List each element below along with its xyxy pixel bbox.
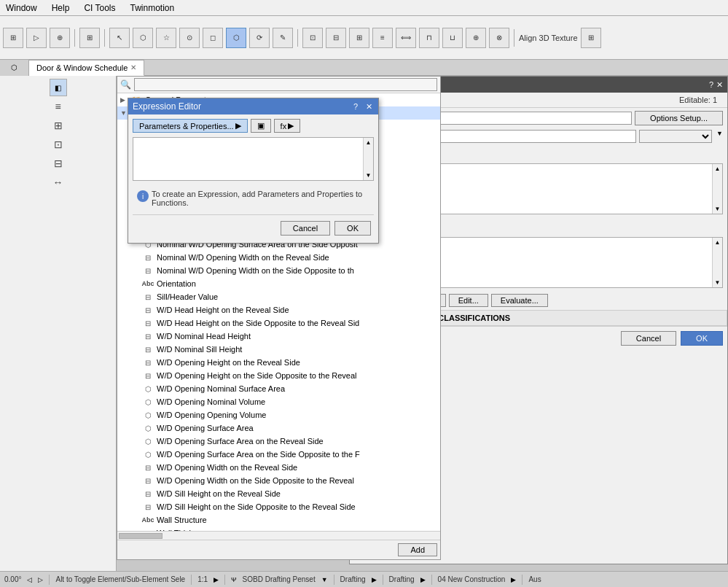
menu-ci-tools[interactable]: CI Tools bbox=[81, 1, 118, 15]
item-wd-open-nom-vol[interactable]: ⬡ W/D Opening Nominal Volume bbox=[117, 395, 440, 408]
sidebar-icon-view[interactable]: ◧ bbox=[50, 79, 67, 96]
item-wd-head-opp[interactable]: ⊟ W/D Head Height on the Side Opposite t… bbox=[117, 316, 440, 330]
status-layer2-icon[interactable]: ▶ bbox=[420, 576, 426, 583]
toolbar-btn-10[interactable]: ⊡ bbox=[302, 28, 323, 48]
menu-window[interactable]: Window bbox=[3, 1, 40, 15]
field-select-1[interactable] bbox=[639, 130, 712, 143]
toolbar-btn-6[interactable]: ⊙ bbox=[179, 28, 200, 48]
sidebar-icon-2[interactable]: ≡ bbox=[50, 98, 67, 115]
toolbar-btn-15[interactable]: ⊓ bbox=[419, 28, 439, 48]
search-input[interactable] bbox=[134, 78, 437, 91]
expr-message-text: To create an Expression, add Parameters … bbox=[152, 190, 369, 207]
expr-ok-btn[interactable]: OK bbox=[334, 221, 371, 236]
toolbar-btn-5[interactable]: ☆ bbox=[156, 28, 176, 48]
toolbar-btn-16[interactable]: ⊔ bbox=[442, 28, 463, 48]
status-penset-drop[interactable]: ▼ bbox=[321, 576, 328, 583]
options-setup-btn[interactable]: Options Setup... bbox=[635, 111, 723, 125]
item-wd-open-surface[interactable]: ⬡ W/D Opening Surface Area bbox=[117, 421, 440, 435]
item-sill-header[interactable]: ⊟ Sill/Header Value bbox=[117, 290, 440, 303]
schedule-close-btn[interactable]: ✕ bbox=[716, 80, 723, 90]
sidebar-icon-3[interactable]: ⊞ bbox=[50, 117, 67, 134]
item-wd-open-height-reveal[interactable]: ⊟ W/D Opening Height on the Reveal Side bbox=[117, 356, 440, 369]
sidebar-icon-5[interactable]: ⊟ bbox=[50, 155, 67, 172]
toolbar-btn-active[interactable]: ⬡ bbox=[226, 28, 246, 48]
menu-help[interactable]: Help bbox=[49, 1, 73, 15]
toolbar-btn-grid[interactable]: ⊞ bbox=[79, 28, 100, 48]
item-wd-nom-sill[interactable]: ⊟ W/D Nominal Sill Height bbox=[117, 343, 440, 356]
item-wd-open-surface-reveal[interactable]: ⬡ W/D Opening Surface Area on the Reveal… bbox=[117, 435, 440, 448]
toolbar-btn-select[interactable]: ↖ bbox=[109, 28, 130, 48]
tab-home[interactable]: ⬡ bbox=[0, 60, 29, 76]
editable-label: Editable: 1 bbox=[673, 94, 723, 106]
evaluate-param-btn[interactable]: Evaluate... bbox=[491, 294, 548, 307]
sidebar-icon-6[interactable]: ↔ bbox=[50, 174, 67, 191]
schedule-ok-btn[interactable]: OK bbox=[681, 331, 723, 346]
main-area: ◧ ≡ ⊞ ⊡ ⊟ ↔ × ? ✕ bbox=[0, 76, 728, 587]
item-nom-width-opp[interactable]: ⊟ Nominal W/D Opening Width on the Side … bbox=[117, 264, 440, 277]
item-label-ws: Wall Structure bbox=[157, 516, 207, 524]
status-layer1-icon[interactable]: ▶ bbox=[372, 576, 377, 583]
status-build-icon[interactable]: ▶ bbox=[511, 576, 516, 583]
info-icon: i bbox=[137, 190, 149, 202]
expr-question-btn[interactable]: ? bbox=[351, 101, 361, 112]
status-build: 04 New Construction bbox=[438, 575, 506, 583]
dropdown-hscrollbar[interactable] bbox=[117, 531, 440, 540]
status-sep-3 bbox=[224, 575, 225, 585]
schedule-titlebar-btns: ? ✕ bbox=[709, 80, 723, 90]
params-btn-label: Parameters & Properties... bbox=[139, 122, 234, 131]
schedule-question-btn[interactable]: ? bbox=[709, 80, 713, 90]
img-formula-btn[interactable]: ▣ bbox=[251, 119, 271, 133]
item-wd-sill-reveal[interactable]: ⊟ W/D Sill Height on the Reveal Side bbox=[117, 487, 440, 500]
toolbar-btn-18[interactable]: ⊗ bbox=[489, 28, 509, 48]
item-wd-open-nom-surface[interactable]: ⬡ W/D Opening Nominal Surface Area bbox=[117, 382, 440, 395]
expr-close-btn[interactable]: ✕ bbox=[364, 101, 374, 112]
add-button[interactable]: Add bbox=[398, 543, 437, 556]
toolbar-btn-12[interactable]: ⊞ bbox=[349, 28, 369, 48]
item-label-wdns: W/D Nominal Sill Height bbox=[157, 345, 242, 354]
item-wd-nom-head[interactable]: ⊟ W/D Nominal Head Height bbox=[117, 330, 440, 343]
toolbar-btn-4[interactable]: ⬡ bbox=[133, 28, 153, 48]
toolbar-sep-1 bbox=[74, 29, 75, 47]
expr-cancel-btn[interactable]: Cancel bbox=[281, 221, 330, 236]
edit-param-btn[interactable]: Edit... bbox=[449, 294, 488, 307]
toolbar-btn-3[interactable]: ⊕ bbox=[50, 28, 70, 48]
toolbar-btn-7[interactable]: ◻ bbox=[203, 28, 223, 48]
toolbar-btn-19[interactable]: ⊞ bbox=[581, 28, 601, 48]
sidebar-icon-4[interactable]: ⊡ bbox=[50, 136, 67, 153]
tab-close-btn[interactable]: ✕ bbox=[130, 63, 136, 71]
toolbar-btn-11[interactable]: ⊟ bbox=[326, 28, 346, 48]
item-wd-open-surface-opp[interactable]: ⬡ W/D Opening Surface Area on the Side O… bbox=[117, 448, 440, 461]
param-icon-wdosr: ⬡ bbox=[142, 435, 154, 447]
expression-scrollbar[interactable]: ▲ ▼ bbox=[712, 164, 722, 214]
item-nom-width-reveal[interactable]: ⊟ Nominal W/D Opening Width on the Revea… bbox=[117, 251, 440, 264]
item-wd-open-width-opp[interactable]: ⊟ W/D Opening Width on the Side Opposite… bbox=[117, 474, 440, 487]
item-wd-open-width-reveal[interactable]: ⊟ W/D Opening Width on the Reveal Side bbox=[117, 461, 440, 474]
item-orientation[interactable]: Abc Orientation bbox=[117, 277, 440, 290]
menu-twinmotion[interactable]: Twinmotion bbox=[128, 1, 178, 15]
fx-btn[interactable]: fx ▶ bbox=[274, 119, 301, 133]
expr-vscrollbar[interactable]: ▲ ▼ bbox=[363, 138, 373, 180]
item-wd-sill-opp[interactable]: ⊟ W/D Sill Height on the Side Opposite t… bbox=[117, 500, 440, 513]
toolbar-btn-13[interactable]: ≡ bbox=[372, 28, 393, 48]
search-row: 🔍 bbox=[117, 77, 440, 93]
params-properties-btn[interactable]: Parameters & Properties... ▶ bbox=[133, 119, 248, 133]
param-icon-wdowo: ⊟ bbox=[142, 475, 154, 486]
field-scroll: ▼ bbox=[716, 130, 723, 143]
hscrollbar-thumb[interactable] bbox=[119, 533, 163, 539]
item-wd-open-height-opp[interactable]: ⊟ W/D Opening Height on the Side Opposit… bbox=[117, 369, 440, 382]
schedule-cancel-btn[interactable]: Cancel bbox=[621, 331, 676, 346]
toolbar-btn-1[interactable]: ⊞ bbox=[3, 28, 23, 48]
item-label-wdoso: W/D Opening Surface Area on the Side Opp… bbox=[157, 450, 360, 459]
toolbar-btn-2[interactable]: ▷ bbox=[26, 28, 47, 48]
item-wd-open-vol[interactable]: ⬡ W/D Opening Opening Volume bbox=[117, 408, 440, 421]
sequence-scrollbar[interactable]: ▲ ▼ bbox=[712, 238, 722, 287]
item-wd-head-reveal[interactable]: ⊟ W/D Head Height on the Reveal Side bbox=[117, 303, 440, 316]
tab-schedule[interactable]: Door & Window Schedule ✕ bbox=[29, 60, 144, 76]
toolbar-btn-17[interactable]: ⊕ bbox=[466, 28, 486, 48]
item-label-nwo: Nominal W/D Opening Width on the Side Op… bbox=[157, 266, 354, 275]
toolbar-btn-9[interactable]: ✎ bbox=[273, 28, 293, 48]
toolbar-btn-14[interactable]: ⟺ bbox=[396, 28, 416, 48]
toolbar-btn-8[interactable]: ⟳ bbox=[249, 28, 270, 48]
item-wall-structure[interactable]: Abc Wall Structure bbox=[117, 513, 440, 526]
status-scale: 1:1 bbox=[197, 575, 208, 583]
